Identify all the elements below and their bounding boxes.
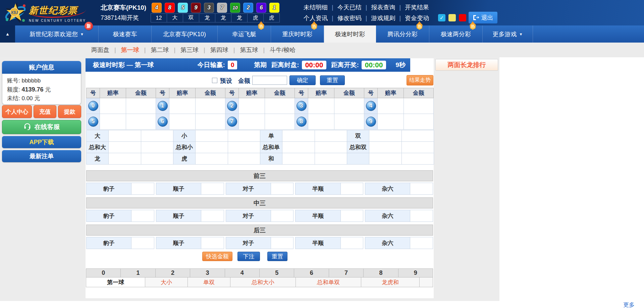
subnav-item[interactable]: 第一球	[121, 46, 139, 54]
ball-cell: 0	[87, 98, 100, 114]
site-logo[interactable]: XSJ 新世纪彩票 NEW CENTURY LOTTERY	[4, 1, 86, 25]
odds-cell[interactable]	[196, 153, 228, 165]
subnav-item[interactable]: 第三球	[180, 46, 199, 54]
odds-cell[interactable]	[100, 98, 126, 114]
result-attr-cell: 龙	[231, 13, 248, 22]
odds-cell[interactable]	[369, 153, 402, 165]
theme-swatch[interactable]: ✓	[438, 14, 445, 21]
trend-tab[interactable]: 龙虎和	[361, 277, 420, 287]
nav-tab-3[interactable]: 北京赛车(PK10)	[152, 25, 218, 43]
nav-collapse-button[interactable]: ▲	[0, 25, 15, 43]
subnav-item[interactable]: 第五球	[240, 46, 258, 54]
trend-tab[interactable]: 总和大小	[230, 277, 296, 287]
nav-tab-7[interactable]: 腾讯分分彩热	[376, 25, 429, 43]
nav-tab-5[interactable]: 重庆时时彩热	[271, 25, 324, 43]
combo-bet-cell[interactable]	[410, 183, 433, 195]
odds-cell[interactable]	[308, 114, 334, 130]
sidebar-button[interactable]: 提款	[58, 105, 81, 118]
odds-cell[interactable]	[369, 142, 402, 153]
amount-input[interactable]	[252, 76, 287, 85]
odds-cell[interactable]	[378, 98, 404, 114]
trend-tab[interactable]: 总和单双	[296, 277, 361, 287]
nav-tab-8[interactable]: 极速两分彩热	[429, 25, 483, 43]
nav-tab-2[interactable]: 极速赛车	[99, 25, 152, 43]
header-link[interactable]: 未结明细	[304, 4, 328, 11]
odds-cell[interactable]	[109, 153, 141, 165]
reset-bets-button[interactable]: 重置	[267, 252, 287, 261]
subnav-item[interactable]: 第四球	[210, 46, 228, 54]
trend-tab[interactable]: 单双	[187, 277, 230, 287]
header-link[interactable]: 今天已结	[337, 4, 362, 11]
odds-cell[interactable]	[196, 130, 228, 142]
combo-bet-cell[interactable]	[410, 237, 433, 249]
header-link[interactable]: 开奖结果	[405, 4, 429, 11]
place-bet-button[interactable]: 下注	[237, 252, 260, 261]
theme-swatch[interactable]	[448, 14, 456, 21]
theme-swatch[interactable]	[459, 14, 466, 21]
odds-cell[interactable]	[109, 142, 141, 153]
combo-bet-cell[interactable]	[131, 210, 154, 222]
more-link[interactable]: 更多	[623, 301, 635, 308]
header-link[interactable]: 资金变动	[405, 15, 429, 21]
nav-tab-1[interactable]: 新世纪彩票欢迎您▼新	[15, 25, 99, 43]
latest-bets-button[interactable]: 最新注单	[2, 150, 81, 162]
combo-bet-cell[interactable]	[201, 183, 224, 195]
subnav-item[interactable]: 斗牛/梭哈	[270, 46, 296, 54]
combo-bet-cell[interactable]	[341, 183, 364, 195]
open-countdown-value: 00:00	[362, 61, 386, 69]
odds-cell[interactable]	[169, 98, 196, 114]
two-sides-rank-button[interactable]: 两面长龙排行	[435, 59, 498, 71]
combo-label: 顺子	[156, 210, 201, 222]
odds-cell[interactable]	[109, 130, 141, 142]
odds-cell[interactable]	[282, 130, 315, 142]
combo-bet-cell[interactable]	[131, 183, 154, 195]
odds-cell[interactable]	[308, 98, 334, 114]
result-attr-cell: 虎	[263, 13, 280, 22]
odds-cell[interactable]	[282, 153, 315, 165]
odds-cell[interactable]	[378, 114, 404, 130]
subnav-item[interactable]: 第二球	[151, 46, 169, 54]
sidebar-button[interactable]: 个人中心	[2, 105, 32, 118]
result-trend-button[interactable]: 结果走势	[407, 75, 433, 85]
odds-cell[interactable]	[369, 130, 402, 142]
amount-cell	[141, 153, 173, 165]
odds-cell[interactable]	[239, 98, 265, 114]
nav-tab-9[interactable]: 更多游戏▼	[483, 25, 533, 43]
header-link[interactable]: 个人资讯	[304, 15, 328, 21]
confirm-button[interactable]: 确定	[289, 75, 316, 85]
odds-cell[interactable]	[169, 114, 196, 130]
header-link[interactable]: 报表查询	[371, 4, 395, 11]
odds-cell[interactable]	[282, 142, 315, 153]
combo-bet-cell[interactable]	[341, 237, 364, 249]
result-attr-cell: 12	[151, 13, 167, 22]
combo-bet-cell[interactable]	[271, 237, 294, 249]
odds-cell[interactable]	[196, 142, 228, 153]
combo-bet-cell[interactable]	[131, 237, 154, 249]
subnav-item[interactable]: 两面盘	[91, 46, 109, 54]
logout-icon	[473, 15, 479, 20]
trend-number-cell: 4	[225, 268, 260, 278]
combo-bet-cell[interactable]	[271, 210, 294, 222]
combo-bet-cell[interactable]	[271, 183, 294, 195]
preset-checkbox[interactable]	[212, 78, 217, 83]
nav-tab-4[interactable]: 幸运飞艇热	[218, 25, 271, 43]
combo-bet-cell[interactable]	[201, 210, 224, 222]
trend-tab[interactable]: 大小	[145, 277, 188, 287]
combo-bet-cell[interactable]	[201, 237, 224, 249]
header-link[interactable]: 修改密码	[337, 15, 362, 21]
app-download-button[interactable]: APP下载	[2, 136, 81, 148]
odds-cell[interactable]	[239, 114, 265, 130]
amount-cell	[404, 98, 434, 114]
odds-cell[interactable]	[100, 114, 126, 130]
reset-button[interactable]: 重置	[320, 75, 345, 85]
combo-group: 豹子	[86, 183, 154, 195]
quick-amount-button[interactable]: 快选金额	[202, 252, 232, 261]
trend-tab[interactable]: 第一球	[86, 277, 145, 287]
combo-bet-cell[interactable]	[341, 210, 364, 222]
number-ball-7: 7	[227, 117, 237, 127]
sidebar-button[interactable]: 充值	[34, 105, 57, 118]
online-service-button[interactable]: 在线客服	[2, 120, 81, 134]
header-link[interactable]: 游戏规则	[371, 15, 395, 21]
nav-tab-6[interactable]: 极速时时彩	[324, 25, 376, 43]
combo-bet-cell[interactable]	[410, 210, 433, 222]
